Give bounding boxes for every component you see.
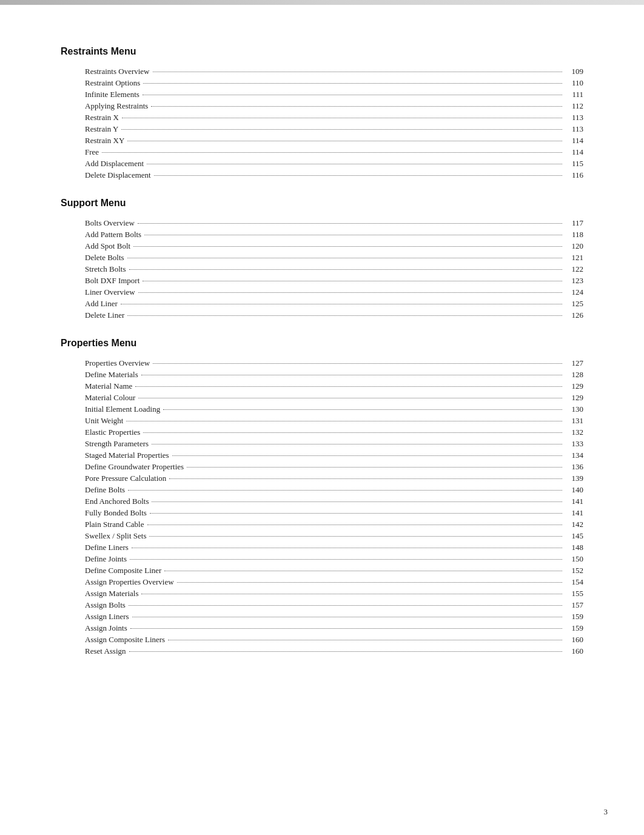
toc-item-dots bbox=[122, 118, 562, 118]
toc-row: Assign Properties Overview154 bbox=[85, 576, 583, 588]
toc-item-dots bbox=[129, 269, 562, 270]
toc-item-label: Stretch Bolts bbox=[85, 264, 126, 274]
toc-item-page: 116 bbox=[565, 170, 583, 180]
toc-row: Material Name129 bbox=[85, 380, 583, 392]
toc-item-label: Staged Material Properties bbox=[85, 451, 169, 460]
toc-item-dots bbox=[141, 375, 562, 375]
toc-item-dots bbox=[147, 525, 563, 525]
toc-row: Define Composite Liner152 bbox=[85, 565, 583, 576]
toc-container: Restraints MenuRestraints Overview109Res… bbox=[61, 46, 583, 657]
toc-item-page: 148 bbox=[565, 543, 583, 552]
toc-item-page: 129 bbox=[565, 393, 583, 403]
toc-row: Define Joints150 bbox=[85, 553, 583, 565]
section-header-restraints-menu: Restraints Menu bbox=[61, 46, 583, 57]
toc-item-page: 127 bbox=[565, 358, 583, 368]
toc-item-page: 131 bbox=[565, 416, 583, 426]
toc-item-dots bbox=[143, 281, 562, 281]
toc-item-page: 130 bbox=[565, 404, 583, 414]
toc-item-dots bbox=[187, 467, 562, 468]
toc-item-page: 111 bbox=[565, 90, 583, 99]
toc-item-page: 159 bbox=[565, 612, 583, 622]
toc-item-label: Restrain Y bbox=[85, 124, 118, 134]
toc-row: End Anchored Bolts141 bbox=[85, 495, 583, 507]
toc-item-page: 121 bbox=[565, 253, 583, 263]
toc-item-label: Add Liner bbox=[85, 299, 118, 309]
toc-row: Delete Bolts121 bbox=[85, 252, 583, 263]
toc-item-page: 123 bbox=[565, 276, 583, 286]
toc-row: Define Materials128 bbox=[85, 369, 583, 380]
toc-item-page: 141 bbox=[565, 497, 583, 506]
toc-item-dots bbox=[132, 617, 562, 617]
page-number: 3 bbox=[604, 807, 608, 817]
toc-item-label: Define Bolts bbox=[85, 485, 125, 495]
toc-item-label: Define Groundwater Properties bbox=[85, 462, 184, 472]
toc-item-label: Material Name bbox=[85, 381, 132, 391]
toc-item-page: 133 bbox=[565, 439, 583, 449]
toc-item-page: 117 bbox=[565, 218, 583, 228]
toc-item-page: 134 bbox=[565, 451, 583, 460]
toc-item-dots bbox=[177, 582, 562, 583]
toc-item-label: Assign Properties Overview bbox=[85, 577, 174, 587]
toc-row: Unit Weight131 bbox=[85, 415, 583, 426]
toc-row: Assign Bolts157 bbox=[85, 599, 583, 611]
toc-row: Applying Restraints112 bbox=[85, 100, 583, 112]
toc-item-dots bbox=[168, 640, 562, 640]
toc-item-page: 159 bbox=[565, 623, 583, 633]
toc-item-dots bbox=[152, 501, 562, 502]
toc-item-dots bbox=[141, 594, 562, 594]
toc-item-dots bbox=[143, 83, 562, 84]
toc-item-page: 114 bbox=[565, 147, 583, 157]
toc-item-dots bbox=[132, 548, 562, 548]
toc-item-label: Delete Liner bbox=[85, 310, 124, 320]
toc-item-page: 113 bbox=[565, 113, 583, 122]
toc-item-label: Infinite Elements bbox=[85, 90, 139, 99]
toc-row: Define Groundwater Properties136 bbox=[85, 461, 583, 472]
toc-item-page: 120 bbox=[565, 241, 583, 251]
toc-item-dots bbox=[154, 175, 562, 176]
toc-row: Add Displacement115 bbox=[85, 158, 583, 169]
toc-item-label: Add Spot Bolt bbox=[85, 241, 130, 251]
toc-item-page: 145 bbox=[565, 531, 583, 541]
toc-item-page: 112 bbox=[565, 101, 583, 111]
toc-item-dots bbox=[133, 246, 562, 247]
toc-row: Assign Liners159 bbox=[85, 611, 583, 622]
toc-item-dots bbox=[144, 235, 562, 235]
toc-item-label: End Anchored Bolts bbox=[85, 497, 149, 506]
toc-item-label: Swellex / Split Sets bbox=[85, 531, 146, 541]
toc-row: Material Colour129 bbox=[85, 392, 583, 403]
toc-item-label: Assign Joints bbox=[85, 623, 127, 633]
toc-section-support-menu: Bolts Overview117Add Pattern Bolts118Add… bbox=[61, 217, 583, 321]
toc-item-dots bbox=[129, 651, 562, 652]
toc-item-label: Add Pattern Bolts bbox=[85, 230, 141, 240]
toc-item-page: 126 bbox=[565, 310, 583, 320]
toc-row: Swellex / Split Sets145 bbox=[85, 530, 583, 542]
toc-item-label: Pore Pressure Calculation bbox=[85, 474, 166, 483]
toc-item-label: Delete Bolts bbox=[85, 253, 124, 263]
toc-item-dots bbox=[126, 421, 562, 421]
toc-item-label: Restraints Overview bbox=[85, 67, 150, 76]
toc-section-restraints-menu: Restraints Overview109Restraint Options1… bbox=[61, 65, 583, 181]
toc-item-dots bbox=[127, 315, 562, 316]
toc-item-label: Fully Bonded Bolts bbox=[85, 508, 147, 518]
toc-item-page: 109 bbox=[565, 67, 583, 76]
toc-item-page: 141 bbox=[565, 508, 583, 518]
toc-item-dots bbox=[135, 386, 562, 387]
toc-row: Restrain Y113 bbox=[85, 123, 583, 135]
section-header-properties-menu: Properties Menu bbox=[61, 338, 583, 349]
toc-item-label: Elastic Properties bbox=[85, 428, 140, 437]
toc-item-page: 139 bbox=[565, 474, 583, 483]
toc-row: Strength Parameters133 bbox=[85, 438, 583, 449]
toc-item-label: Define Materials bbox=[85, 370, 138, 380]
toc-item-dots bbox=[149, 536, 562, 537]
toc-item-label: Add Displacement bbox=[85, 159, 144, 169]
toc-item-label: Assign Bolts bbox=[85, 600, 126, 610]
toc-item-page: 157 bbox=[565, 600, 583, 610]
toc-item-dots bbox=[130, 628, 562, 629]
toc-item-dots bbox=[153, 363, 562, 364]
toc-item-label: Assign Materials bbox=[85, 589, 138, 599]
toc-item-page: 160 bbox=[565, 646, 583, 656]
toc-row: Restraints Overview109 bbox=[85, 65, 583, 77]
toc-item-label: Reset Assign bbox=[85, 646, 126, 656]
toc-item-page: 136 bbox=[565, 462, 583, 472]
toc-item-page: 142 bbox=[565, 520, 583, 529]
